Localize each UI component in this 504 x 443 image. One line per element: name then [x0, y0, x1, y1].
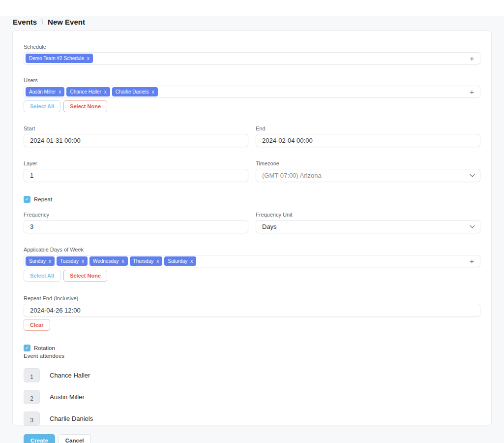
- add-icon[interactable]: +: [470, 88, 474, 95]
- tag-remove-icon[interactable]: x: [156, 258, 159, 264]
- attendee-row: Chance Haller: [24, 368, 480, 382]
- chevron-down-icon: [470, 223, 475, 228]
- day-tag: Saturday x: [164, 256, 196, 266]
- attendees-list: Chance Haller Austin Miller Charlie Dani…: [24, 368, 480, 426]
- user-tag: Austin Miller x: [26, 87, 64, 96]
- days-of-week-tags: Sunday x Tuesday x Wednesday x Thur: [26, 256, 470, 266]
- repeat-end-label: Repeat End (Inclusive): [24, 295, 480, 301]
- attendee-name: Charlie Daniels: [50, 415, 93, 422]
- users-group: Users Austin Miller x Chance Haller x C: [24, 77, 480, 112]
- chevron-down-icon: [470, 172, 475, 177]
- rotation-checkbox[interactable]: ✓: [24, 345, 30, 351]
- end-field-group: End: [256, 126, 480, 147]
- day-tag: Tuesday x: [57, 256, 88, 266]
- frequency-unit-value: Days: [262, 223, 277, 230]
- frequency-unit-select[interactable]: Days: [256, 220, 480, 233]
- rotation-checkbox-label: Rotation: [34, 345, 55, 351]
- schedule-label: Schedule: [24, 44, 480, 50]
- rotation-checkbox-row: ✓ Rotation: [24, 345, 480, 351]
- attendee-order-input[interactable]: [24, 390, 40, 404]
- breadcrumb: Events \ New Event: [13, 18, 85, 26]
- tag-remove-icon[interactable]: x: [122, 258, 124, 264]
- add-icon[interactable]: +: [470, 257, 474, 265]
- users-label: Users: [24, 77, 480, 83]
- start-field-group: Start: [24, 126, 248, 147]
- breadcrumb-separator: \: [41, 18, 43, 26]
- start-end-row: Start End: [24, 126, 480, 147]
- frequency-label: Frequency: [24, 212, 248, 218]
- days-of-week-label: Applicable Days of Week: [24, 247, 480, 253]
- day-tag: Thursday x: [130, 256, 163, 266]
- breadcrumb-events[interactable]: Events: [13, 18, 37, 26]
- users-select-all-button[interactable]: Select All: [24, 100, 60, 112]
- frequency-unit-field-group: Frequency Unit Days: [256, 212, 480, 233]
- attendee-row: Charlie Daniels: [24, 411, 480, 426]
- schedule-tag: Demo Team #2 Schedule x: [26, 54, 93, 63]
- layer-field-group: Layer: [24, 160, 248, 182]
- add-icon[interactable]: +: [470, 55, 474, 62]
- schedule-multiselect[interactable]: Demo Team #2 Schedule x +: [24, 52, 480, 64]
- tag-remove-icon[interactable]: x: [104, 89, 107, 95]
- attendee-order-input[interactable]: [24, 368, 40, 382]
- tag-remove-icon[interactable]: x: [87, 56, 89, 61]
- schedule-group: Schedule Demo Team #2 Schedule x +: [24, 44, 480, 64]
- repeat-end-input[interactable]: [24, 304, 480, 317]
- users-multiselect[interactable]: Austin Miller x Chance Haller x Charlie …: [24, 86, 480, 98]
- tag-remove-icon[interactable]: x: [59, 89, 61, 95]
- page-title: New Event: [48, 18, 85, 26]
- layer-input[interactable]: [24, 169, 248, 182]
- day-tag: Wednesday x: [89, 256, 128, 266]
- repeat-checkbox-label: Repeat: [34, 196, 52, 202]
- create-button[interactable]: Create: [24, 434, 55, 443]
- timezone-field-group: Timezone (GMT-07:00) Arizona: [256, 160, 480, 182]
- cancel-button[interactable]: Cancel: [59, 434, 91, 443]
- repeat-end-group: Repeat End (Inclusive) Clear: [24, 295, 480, 331]
- user-tag: Chance Haller x: [66, 87, 110, 96]
- layer-timezone-row: Layer Timezone (GMT-07:00) Arizona: [24, 160, 480, 182]
- new-event-form-card: Schedule Demo Team #2 Schedule x + Users: [12, 31, 492, 425]
- repeat-checkbox-row: ✓ Repeat: [24, 196, 480, 203]
- attendee-row: Austin Miller: [24, 390, 480, 404]
- days-of-week-group: Applicable Days of Week Sunday x Tuesday…: [24, 247, 480, 282]
- schedule-tags: Demo Team #2 Schedule x: [26, 54, 470, 63]
- frequency-input[interactable]: [24, 220, 248, 233]
- start-input[interactable]: [24, 134, 248, 147]
- timezone-value: (GMT-07:00) Arizona: [262, 172, 322, 179]
- days-select-none-button[interactable]: Select None: [63, 270, 107, 282]
- frequency-field-group: Frequency: [24, 212, 248, 233]
- user-tag: Charlie Daniels x: [112, 87, 158, 96]
- frequency-unit-label: Frequency Unit: [256, 212, 480, 218]
- end-input[interactable]: [256, 134, 480, 147]
- users-select-none-button[interactable]: Select None: [63, 100, 107, 112]
- day-tag: Sunday x: [26, 256, 55, 266]
- attendee-name: Chance Haller: [50, 372, 90, 379]
- attendee-name: Austin Miller: [50, 393, 85, 401]
- end-label: End: [256, 126, 480, 131]
- timezone-select[interactable]: (GMT-07:00) Arizona: [256, 169, 480, 182]
- tag-remove-icon[interactable]: x: [190, 258, 193, 264]
- days-of-week-multiselect[interactable]: Sunday x Tuesday x Wednesday x Thur: [24, 255, 480, 267]
- attendee-order-input[interactable]: [24, 411, 40, 426]
- repeat-end-clear-button[interactable]: Clear: [24, 319, 50, 331]
- tag-remove-icon[interactable]: x: [152, 89, 154, 95]
- form-actions: Create Cancel: [24, 434, 480, 443]
- tag-remove-icon[interactable]: x: [49, 258, 51, 264]
- start-label: Start: [24, 126, 248, 131]
- users-tags: Austin Miller x Chance Haller x Charlie …: [26, 87, 470, 96]
- layer-label: Layer: [24, 160, 248, 166]
- days-select-all-button[interactable]: Select All: [24, 270, 60, 282]
- event-attendees-label: Event attendees: [24, 353, 480, 359]
- frequency-row: Frequency Frequency Unit Days: [24, 212, 480, 233]
- repeat-checkbox[interactable]: ✓: [24, 196, 30, 203]
- timezone-label: Timezone: [256, 160, 480, 166]
- tag-remove-icon[interactable]: x: [82, 258, 84, 264]
